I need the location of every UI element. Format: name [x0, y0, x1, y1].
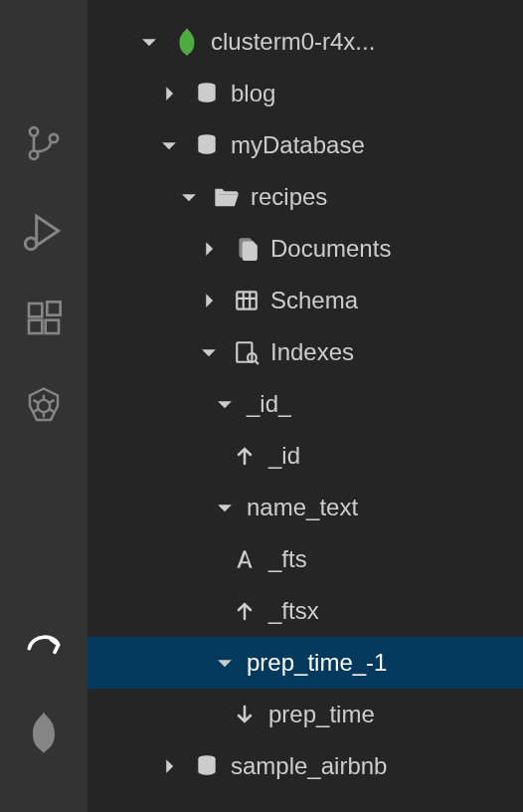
- activity-bar: [0, 0, 87, 812]
- share-icon[interactable]: [20, 621, 68, 669]
- section-row-schema[interactable]: Schema: [87, 275, 523, 326]
- database-icon: [187, 132, 227, 158]
- section-label: Indexes: [266, 338, 354, 366]
- mongodb-icon[interactable]: [20, 709, 68, 756]
- field-row[interactable]: prep_time: [87, 689, 523, 740]
- chevron-down-icon: [131, 31, 167, 53]
- chevron-right-icon: [151, 83, 187, 104]
- svg-rect-11: [237, 292, 257, 308]
- svg-rect-4: [29, 304, 42, 316]
- svg-rect-6: [46, 320, 59, 333]
- field-label: prep_time: [264, 701, 375, 728]
- chevron-right-icon: [151, 755, 187, 777]
- section-row-documents[interactable]: Documents: [87, 223, 523, 275]
- indexes-icon: [227, 339, 266, 365]
- arrow-up-icon: [225, 444, 264, 468]
- chevron-right-icon: [191, 290, 227, 311]
- svg-rect-12: [237, 342, 252, 362]
- index-label: prep_time_-1: [243, 649, 387, 677]
- field-row[interactable]: _fts: [87, 533, 523, 585]
- database-row-mydatabase[interactable]: myDatabase: [87, 119, 523, 171]
- index-row-preptime[interactable]: prep_time_-1: [87, 637, 523, 689]
- field-label: _ftsx: [264, 597, 319, 625]
- index-label: name_text: [243, 494, 358, 521]
- database-label: sample_airbnb: [227, 752, 387, 780]
- field-label: _id: [264, 442, 300, 470]
- field-label: _fts: [264, 545, 307, 573]
- section-label: Schema: [266, 287, 358, 314]
- field-row[interactable]: _ftsx: [87, 585, 523, 637]
- chevron-down-icon: [151, 134, 187, 156]
- chevron-right-icon: [191, 238, 227, 260]
- chevron-down-icon: [207, 652, 243, 674]
- chevron-down-icon: [191, 341, 227, 363]
- index-label: _id_: [243, 390, 291, 418]
- svg-point-2: [50, 134, 58, 142]
- svg-rect-7: [47, 302, 60, 314]
- section-row-indexes[interactable]: Indexes: [87, 326, 523, 378]
- leaf-icon: [167, 27, 207, 57]
- collection-row-recipes[interactable]: recipes: [87, 171, 523, 223]
- field-row[interactable]: _id: [87, 430, 523, 482]
- section-label: Documents: [266, 235, 391, 263]
- schema-icon: [227, 288, 266, 313]
- database-icon: [187, 753, 227, 779]
- explorer-tree: clusterm0-r4x... blog myDatabase recipes: [87, 0, 523, 812]
- arrow-down-icon: [225, 703, 264, 726]
- arrow-up-icon: [225, 599, 264, 623]
- database-label: blog: [227, 80, 275, 107]
- database-icon: [187, 81, 227, 106]
- text-icon: [225, 546, 264, 572]
- debug-icon[interactable]: [20, 207, 68, 255]
- index-row-nametext[interactable]: name_text: [87, 482, 523, 533]
- chevron-down-icon: [171, 186, 207, 208]
- svg-point-1: [30, 151, 38, 159]
- index-row-id[interactable]: _id_: [87, 378, 523, 430]
- collection-label: recipes: [247, 183, 327, 211]
- database-label: myDatabase: [227, 131, 365, 159]
- extensions-icon[interactable]: [20, 295, 68, 342]
- source-control-icon[interactable]: [20, 119, 68, 167]
- documents-icon: [227, 236, 266, 262]
- cluster-label: clusterm0-r4x...: [207, 28, 375, 56]
- database-row-sample[interactable]: sample_airbnb: [87, 740, 523, 792]
- svg-point-0: [30, 127, 38, 135]
- svg-rect-5: [29, 320, 42, 333]
- folder-open-icon: [207, 185, 247, 209]
- kubernetes-icon[interactable]: [20, 382, 68, 430]
- chevron-down-icon: [207, 497, 243, 518]
- svg-point-8: [38, 400, 50, 412]
- database-row-blog[interactable]: blog: [87, 68, 523, 119]
- cluster-row[interactable]: clusterm0-r4x...: [87, 16, 523, 68]
- chevron-down-icon: [207, 393, 243, 415]
